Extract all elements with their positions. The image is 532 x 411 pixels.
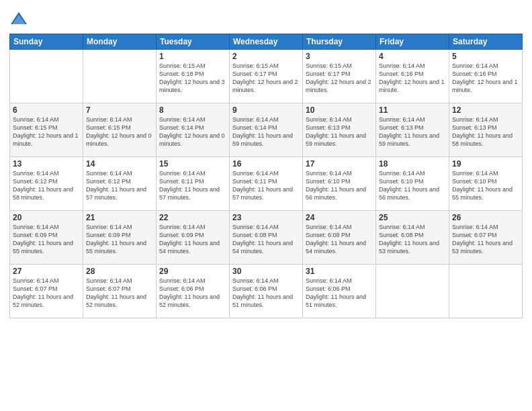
day-cell: 1Sunrise: 6:15 AM Sunset: 6:18 PM Daylig… <box>157 50 230 103</box>
day-cell <box>10 50 83 103</box>
logo-icon <box>9 9 28 28</box>
day-cell: 27Sunrise: 6:14 AM Sunset: 6:07 PM Dayli… <box>10 265 83 318</box>
day-info: Sunrise: 6:14 AM Sunset: 6:07 PM Dayligh… <box>13 277 80 310</box>
day-cell: 18Sunrise: 6:14 AM Sunset: 6:10 PM Dayli… <box>376 157 449 211</box>
day-info: Sunrise: 6:14 AM Sunset: 6:16 PM Dayligh… <box>452 62 519 95</box>
day-number: 4 <box>379 52 446 61</box>
day-cell: 17Sunrise: 6:14 AM Sunset: 6:10 PM Dayli… <box>303 157 376 211</box>
day-info: Sunrise: 6:14 AM Sunset: 6:10 PM Dayligh… <box>379 169 446 202</box>
day-number: 12 <box>452 105 519 115</box>
day-info: Sunrise: 6:14 AM Sunset: 6:06 PM Dayligh… <box>232 277 300 310</box>
day-info: Sunrise: 6:14 AM Sunset: 6:06 PM Dayligh… <box>159 277 226 310</box>
day-cell: 3Sunrise: 6:15 AM Sunset: 6:17 PM Daylig… <box>303 50 376 103</box>
weekday-header-tuesday: Tuesday <box>157 34 230 50</box>
week-row-2: 13Sunrise: 6:14 AM Sunset: 6:12 PM Dayli… <box>10 157 523 211</box>
day-cell: 30Sunrise: 6:14 AM Sunset: 6:06 PM Dayli… <box>230 265 303 318</box>
day-cell: 2Sunrise: 6:15 AM Sunset: 6:17 PM Daylig… <box>230 50 303 103</box>
day-info: Sunrise: 6:14 AM Sunset: 6:07 PM Dayligh… <box>86 277 153 310</box>
day-number: 22 <box>159 213 226 222</box>
day-info: Sunrise: 6:14 AM Sunset: 6:10 PM Dayligh… <box>306 169 373 202</box>
day-cell <box>376 265 449 318</box>
weekday-header-wednesday: Wednesday <box>230 34 303 50</box>
day-number: 7 <box>86 105 153 115</box>
day-cell: 10Sunrise: 6:14 AM Sunset: 6:13 PM Dayli… <box>303 103 376 157</box>
day-number: 29 <box>159 267 226 276</box>
day-cell: 23Sunrise: 6:14 AM Sunset: 6:08 PM Dayli… <box>230 211 303 265</box>
week-row-3: 20Sunrise: 6:14 AM Sunset: 6:09 PM Dayli… <box>10 211 523 265</box>
day-number: 8 <box>159 105 226 115</box>
day-number: 10 <box>306 105 373 115</box>
day-number: 5 <box>452 52 519 61</box>
day-cell: 29Sunrise: 6:14 AM Sunset: 6:06 PM Dayli… <box>157 265 230 318</box>
day-cell: 5Sunrise: 6:14 AM Sunset: 6:16 PM Daylig… <box>449 50 523 103</box>
day-info: Sunrise: 6:14 AM Sunset: 6:12 PM Dayligh… <box>86 169 153 202</box>
day-info: Sunrise: 6:14 AM Sunset: 6:16 PM Dayligh… <box>379 62 446 95</box>
day-cell <box>83 50 157 103</box>
day-info: Sunrise: 6:14 AM Sunset: 6:15 PM Dayligh… <box>86 116 153 148</box>
day-number: 6 <box>13 105 80 115</box>
day-number: 14 <box>86 159 153 169</box>
day-cell: 24Sunrise: 6:14 AM Sunset: 6:08 PM Dayli… <box>303 211 376 265</box>
day-info: Sunrise: 6:14 AM Sunset: 6:13 PM Dayligh… <box>306 116 373 148</box>
day-info: Sunrise: 6:14 AM Sunset: 6:13 PM Dayligh… <box>452 116 519 148</box>
day-info: Sunrise: 6:14 AM Sunset: 6:08 PM Dayligh… <box>306 223 373 256</box>
day-info: Sunrise: 6:14 AM Sunset: 6:09 PM Dayligh… <box>159 223 226 256</box>
day-number: 24 <box>306 213 373 222</box>
day-cell: 19Sunrise: 6:14 AM Sunset: 6:10 PM Dayli… <box>449 157 523 211</box>
day-number: 3 <box>306 52 373 61</box>
day-info: Sunrise: 6:14 AM Sunset: 6:06 PM Dayligh… <box>306 277 373 310</box>
day-number: 2 <box>232 52 300 61</box>
day-info: Sunrise: 6:14 AM Sunset: 6:08 PM Dayligh… <box>232 223 300 256</box>
day-cell: 9Sunrise: 6:14 AM Sunset: 6:14 PM Daylig… <box>230 103 303 157</box>
day-number: 16 <box>232 159 300 169</box>
day-number: 13 <box>13 159 80 169</box>
day-number: 31 <box>306 267 373 276</box>
weekday-header-sunday: Sunday <box>10 34 83 50</box>
day-number: 1 <box>159 52 226 61</box>
day-info: Sunrise: 6:15 AM Sunset: 6:17 PM Dayligh… <box>306 62 373 95</box>
day-number: 15 <box>159 159 226 169</box>
weekday-header-saturday: Saturday <box>449 34 523 50</box>
day-info: Sunrise: 6:14 AM Sunset: 6:13 PM Dayligh… <box>379 116 446 148</box>
day-info: Sunrise: 6:14 AM Sunset: 6:11 PM Dayligh… <box>232 169 300 202</box>
day-number: 20 <box>13 213 80 222</box>
day-cell: 12Sunrise: 6:14 AM Sunset: 6:13 PM Dayli… <box>449 103 523 157</box>
day-cell: 28Sunrise: 6:14 AM Sunset: 6:07 PM Dayli… <box>83 265 157 318</box>
day-cell: 16Sunrise: 6:14 AM Sunset: 6:11 PM Dayli… <box>230 157 303 211</box>
day-info: Sunrise: 6:15 AM Sunset: 6:18 PM Dayligh… <box>159 62 226 95</box>
day-cell: 15Sunrise: 6:14 AM Sunset: 6:11 PM Dayli… <box>157 157 230 211</box>
day-number: 26 <box>452 213 519 222</box>
weekday-header-friday: Friday <box>376 34 449 50</box>
day-info: Sunrise: 6:14 AM Sunset: 6:14 PM Dayligh… <box>232 116 300 148</box>
day-info: Sunrise: 6:14 AM Sunset: 6:12 PM Dayligh… <box>13 169 80 202</box>
day-cell: 22Sunrise: 6:14 AM Sunset: 6:09 PM Dayli… <box>157 211 230 265</box>
day-cell: 25Sunrise: 6:14 AM Sunset: 6:08 PM Dayli… <box>376 211 449 265</box>
day-cell: 13Sunrise: 6:14 AM Sunset: 6:12 PM Dayli… <box>10 157 83 211</box>
day-number: 30 <box>232 267 300 276</box>
day-info: Sunrise: 6:14 AM Sunset: 6:11 PM Dayligh… <box>159 169 226 202</box>
day-info: Sunrise: 6:14 AM Sunset: 6:15 PM Dayligh… <box>13 116 80 148</box>
day-cell: 21Sunrise: 6:14 AM Sunset: 6:09 PM Dayli… <box>83 211 157 265</box>
day-number: 19 <box>452 159 519 169</box>
day-number: 9 <box>232 105 300 115</box>
weekday-header-thursday: Thursday <box>303 34 376 50</box>
weekday-header-monday: Monday <box>83 34 157 50</box>
day-cell: 8Sunrise: 6:14 AM Sunset: 6:14 PM Daylig… <box>157 103 230 157</box>
day-number: 11 <box>379 105 446 115</box>
logo <box>9 9 31 28</box>
day-number: 17 <box>306 159 373 169</box>
day-cell: 11Sunrise: 6:14 AM Sunset: 6:13 PM Dayli… <box>376 103 449 157</box>
day-number: 21 <box>86 213 153 222</box>
week-row-0: 1Sunrise: 6:15 AM Sunset: 6:18 PM Daylig… <box>10 50 523 103</box>
week-row-4: 27Sunrise: 6:14 AM Sunset: 6:07 PM Dayli… <box>10 265 523 318</box>
day-number: 18 <box>379 159 446 169</box>
day-info: Sunrise: 6:14 AM Sunset: 6:09 PM Dayligh… <box>13 223 80 256</box>
day-number: 28 <box>86 267 153 276</box>
day-info: Sunrise: 6:14 AM Sunset: 6:08 PM Dayligh… <box>379 223 446 256</box>
page: SundayMondayTuesdayWednesdayThursdayFrid… <box>0 0 532 411</box>
day-info: Sunrise: 6:14 AM Sunset: 6:14 PM Dayligh… <box>159 116 226 148</box>
day-number: 25 <box>379 213 446 222</box>
day-cell: 20Sunrise: 6:14 AM Sunset: 6:09 PM Dayli… <box>10 211 83 265</box>
day-cell: 31Sunrise: 6:14 AM Sunset: 6:06 PM Dayli… <box>303 265 376 318</box>
day-number: 27 <box>13 267 80 276</box>
